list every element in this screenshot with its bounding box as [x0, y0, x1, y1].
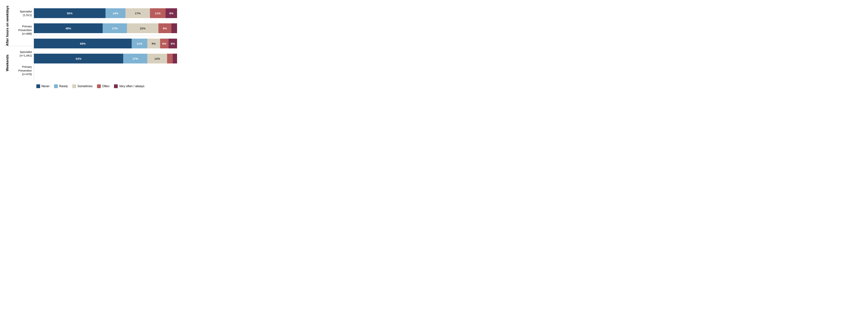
legend-label-never: Never [41, 85, 50, 88]
group-label-after-hours: After hours on weekdays [4, 6, 11, 46]
row-label-0-1: Primary Prevention (n=498) [11, 21, 34, 39]
legend-label-rarely: Rarely [59, 85, 68, 88]
legend-item-rarely: Rarely [54, 85, 68, 88]
y-group-weekends: WeekendsSpecialist (n=1,441)Primary Prev… [4, 46, 34, 80]
legend-item-often: Often [97, 85, 110, 88]
bar-row-1-1: 63%17%14% [34, 51, 177, 66]
chart-container: After hours on weekdaysSpecialist (1,511… [4, 6, 177, 88]
bar-1-0: 69%11%9%6%6% [34, 39, 177, 48]
bar-segment-sometimes-0-0: 17% [125, 8, 150, 18]
chart-body: After hours on weekdaysSpecialist (1,511… [4, 6, 177, 80]
bar-segment-often-0-1: 9% [158, 23, 171, 33]
bar-segment-sometimes-1-1: 14% [147, 54, 167, 63]
bars-area: 50%14%17%11%8%48%17%22%9%69%11%9%6%6%63%… [34, 6, 177, 80]
bar-segment-sometimes-0-1: 22% [127, 23, 158, 33]
bar-segment-veryoften-1-1 [173, 54, 177, 63]
bar-segment-veryoften-1-0: 6% [168, 39, 177, 48]
bar-segment-rarely-0-1: 17% [103, 23, 127, 33]
group-label-weekends: Weekends [4, 46, 11, 80]
legend-label-veryoften: Very often / always [119, 85, 144, 88]
bar-group-after-hours: 50%14%17%11%8%48%17%22%9% [34, 6, 177, 36]
legend-item-veryoften: Very often / always [114, 85, 144, 88]
bar-segment-rarely-1-1: 17% [123, 54, 147, 63]
bar-row-1-0: 69%11%9%6%6% [34, 36, 177, 51]
bar-segment-never-0-0: 50% [34, 8, 105, 18]
legend-item-sometimes: Sometimes [72, 85, 92, 88]
bar-segment-often-1-1 [167, 54, 173, 63]
bar-segment-veryoften-0-1 [172, 23, 177, 33]
bar-segment-rarely-1-0: 11% [132, 39, 147, 48]
bar-segment-veryoften-0-0: 8% [165, 8, 177, 18]
bar-segment-often-1-0: 6% [160, 39, 168, 48]
bar-0-1: 48%17%22%9% [34, 23, 177, 33]
bar-row-0-0: 50%14%17%11%8% [34, 6, 177, 21]
bar-segment-never-0-1: 48% [34, 23, 103, 33]
y-axis: After hours on weekdaysSpecialist (1,511… [4, 6, 34, 80]
legend-label-often: Often [102, 85, 110, 88]
bar-segment-never-1-1: 63% [34, 54, 123, 63]
row-label-0-0: Specialist (1,511) [11, 6, 34, 21]
bar-segment-sometimes-1-0: 9% [147, 39, 160, 48]
legend-item-never: Never [36, 85, 50, 88]
bar-segment-often-0-0: 11% [150, 8, 166, 18]
bar-segment-never-1-0: 69% [34, 39, 132, 48]
bar-0-0: 50%14%17%11%8% [34, 8, 177, 18]
bar-1-1: 63%17%14% [34, 54, 177, 63]
legend-swatch-rarely [54, 85, 58, 88]
row-label-1-1: Primary Prevention (n=478) [11, 61, 34, 80]
legend-swatch-veryoften [114, 85, 118, 88]
legend-swatch-often [97, 85, 101, 88]
bar-group-weekends: 69%11%9%6%6%63%17%14% [34, 36, 177, 66]
row-label-1-0: Specialist (n=1,441) [11, 46, 34, 61]
legend-label-sometimes: Sometimes [78, 85, 92, 88]
bar-row-0-1: 48%17%22%9% [34, 21, 177, 36]
legend: NeverRarelySometimesOftenVery often / al… [4, 85, 177, 88]
y-group-after-hours: After hours on weekdaysSpecialist (1,511… [4, 6, 34, 46]
bar-segment-rarely-0-0: 14% [105, 8, 125, 18]
legend-swatch-never [36, 85, 40, 88]
legend-swatch-sometimes [72, 85, 76, 88]
